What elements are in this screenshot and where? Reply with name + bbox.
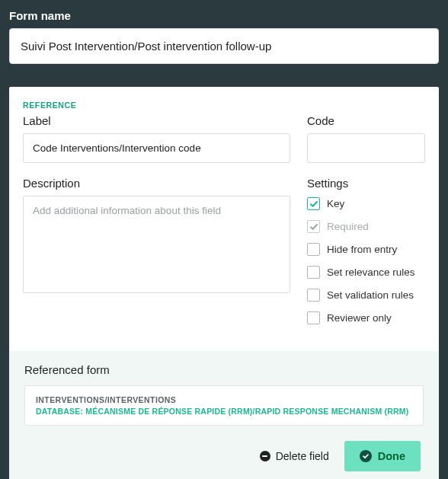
referenced-database: DATABASE: MÉCANISME DE RÉPONSE RAPIDE (R… <box>36 407 412 416</box>
done-button[interactable]: Done <box>344 441 421 471</box>
referenced-form-section: Referenced form INTERVENTIONS/INTERVENTI… <box>9 351 439 479</box>
settings-title: Settings <box>307 177 425 190</box>
settings-option-label: Required <box>327 221 369 232</box>
checkbox-icon <box>307 197 320 210</box>
code-title: Code <box>307 114 425 127</box>
description-title: Description <box>23 177 290 190</box>
code-input[interactable] <box>307 133 425 163</box>
settings-option-label: Set validation rules <box>327 289 414 301</box>
settings-option-required: Required <box>307 220 425 233</box>
minus-circle-icon <box>260 451 270 461</box>
checkbox-icon <box>307 243 320 256</box>
description-textarea[interactable] <box>23 196 290 293</box>
settings-option-validation-rules[interactable]: Set validation rules <box>307 289 425 302</box>
delete-field-button[interactable]: Delete field <box>255 444 334 468</box>
settings-option-label: Key <box>327 198 344 209</box>
done-label: Done <box>378 450 405 462</box>
checkbox-icon <box>307 289 320 302</box>
reference-panel: REFERENCE Label Code Description Setting… <box>9 87 439 479</box>
section-tag: REFERENCE <box>23 101 425 110</box>
referenced-form-title: Referenced form <box>24 363 424 376</box>
settings-option-key[interactable]: Key <box>307 197 425 210</box>
label-input[interactable] <box>23 133 290 163</box>
settings-option-label: Set relevance rules <box>327 267 415 278</box>
checkbox-icon <box>307 311 320 324</box>
delete-field-label: Delete field <box>276 450 329 462</box>
form-name-label: Form name <box>9 9 439 22</box>
checkbox-icon <box>307 220 320 233</box>
checkbox-icon <box>307 266 320 279</box>
referenced-form-name: INTERVENTIONS/INTERVENTIONS <box>36 395 412 404</box>
settings-option-reviewer-only[interactable]: Reviewer only <box>307 311 425 324</box>
settings-option-label: Hide from entry <box>327 244 397 255</box>
settings-option-label: Reviewer only <box>327 312 392 324</box>
label-title: Label <box>23 114 290 127</box>
form-name-input[interactable] <box>9 28 439 64</box>
referenced-form-box[interactable]: INTERVENTIONS/INTERVENTIONS DATABASE: MÉ… <box>24 385 424 426</box>
settings-option-hide-from-entry[interactable]: Hide from entry <box>307 243 425 256</box>
check-circle-icon <box>360 450 372 462</box>
settings-option-relevance-rules[interactable]: Set relevance rules <box>307 266 425 279</box>
